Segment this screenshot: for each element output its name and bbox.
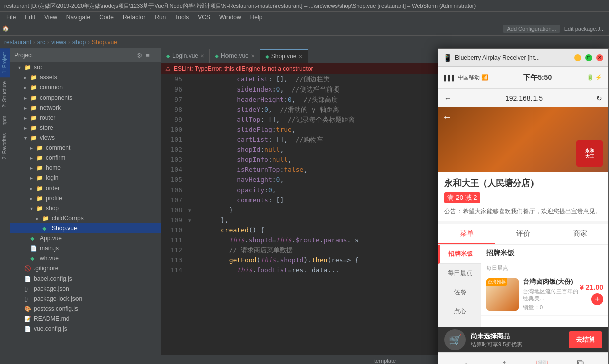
- tab-review[interactable]: 评价: [495, 224, 552, 244]
- minimize-icon[interactable]: _: [153, 52, 157, 59]
- close-button[interactable]: ✕: [596, 54, 603, 61]
- sidebar-content[interactable]: ▾📁src▸📁assets▸📁common▸📁components▸📁netwo…: [10, 62, 161, 364]
- tree-item-babel-config-js[interactable]: 📄babel.config.js: [10, 274, 161, 284]
- tab-home-close[interactable]: ✕: [251, 53, 255, 59]
- fold-icon-110[interactable]: [186, 225, 193, 235]
- menu-vcs[interactable]: VCS: [194, 13, 214, 22]
- tree-item-Shop-vue[interactable]: ◆Shop.vue: [10, 223, 161, 233]
- tree-item-order[interactable]: ▸📁order: [10, 183, 161, 193]
- fold-icon-102[interactable]: [186, 145, 193, 155]
- tree-item-views[interactable]: ▾📁views: [10, 133, 161, 143]
- tree-item-package-json[interactable]: {}package.json: [10, 284, 161, 294]
- fold-icon-103[interactable]: [186, 155, 193, 165]
- minimize-button[interactable]: –: [574, 54, 581, 61]
- fold-icon-111[interactable]: [186, 235, 193, 245]
- cat-test[interactable]: 测试: [438, 321, 481, 327]
- menu-view[interactable]: View: [40, 13, 61, 22]
- breadcrumb-views[interactable]: views: [51, 39, 66, 46]
- tree-item-comment[interactable]: ▸📁comment: [10, 143, 161, 153]
- nav-back-icon[interactable]: ←: [463, 358, 473, 364]
- sync-icon[interactable]: ⚙: [137, 52, 143, 59]
- tree-item-src[interactable]: ▾📁src: [10, 62, 161, 72]
- fold-icon-113[interactable]: [186, 255, 193, 265]
- breadcrumb-src[interactable]: src: [37, 39, 45, 46]
- fold-icon-114[interactable]: [186, 265, 193, 276]
- fold-icon-95[interactable]: [186, 74, 193, 84]
- fold-icon-106[interactable]: [186, 185, 193, 195]
- tab-shop-close[interactable]: ✕: [298, 54, 302, 59]
- maximize-button[interactable]: □: [585, 54, 592, 61]
- nav-share-icon[interactable]: ↑: [502, 358, 507, 364]
- tree-item-profile[interactable]: ▸📁profile: [10, 193, 161, 203]
- cat-side-dish[interactable]: 佐餐: [438, 283, 481, 302]
- cart-icon[interactable]: 🛒: [444, 329, 466, 350]
- tab-login-close[interactable]: ✕: [200, 53, 204, 59]
- fold-icon-107[interactable]: [186, 195, 193, 205]
- fold-icon-105[interactable]: [186, 175, 193, 185]
- refresh-icon[interactable]: ↻: [596, 94, 602, 102]
- breadcrumb-shopvue[interactable]: Shop.vue: [92, 39, 117, 46]
- side-label-project[interactable]: 1: Project: [0, 48, 10, 77]
- tree-item-childComps[interactable]: ▸📁childComps: [10, 213, 161, 223]
- fold-icon-104[interactable]: [186, 165, 193, 175]
- tree-item-shop[interactable]: ▾📁shop: [10, 203, 161, 213]
- tree-item-components[interactable]: ▸📁components: [10, 93, 161, 103]
- menu-refactor[interactable]: Refactor: [119, 13, 149, 22]
- breadcrumb-shop[interactable]: shop: [72, 39, 86, 46]
- tab-menu[interactable]: 菜单: [438, 224, 495, 244]
- gear-icon[interactable]: ≡: [146, 52, 150, 59]
- tree-item-home[interactable]: ▸📁home: [10, 163, 161, 173]
- edit-pkg-link[interactable]: Edit package.J...: [562, 26, 607, 32]
- side-label-structure[interactable]: 2: Structure: [0, 77, 10, 112]
- tree-item-router[interactable]: ▸📁router: [10, 113, 161, 123]
- menu-navigate[interactable]: Navigate: [62, 13, 94, 22]
- menu-help[interactable]: Help: [246, 13, 267, 22]
- cat-signature-rice[interactable]: 招牌米饭: [438, 245, 481, 264]
- checkout-button[interactable]: 去结算: [569, 331, 602, 348]
- tree-item--gitignore[interactable]: 🚫.gitignore: [10, 263, 161, 274]
- tree-item-login[interactable]: ▸📁login: [10, 173, 161, 183]
- side-label-favorites[interactable]: 2: Favorites: [0, 129, 10, 163]
- tree-item-wh-vue[interactable]: ◆wh.vue: [10, 253, 161, 263]
- fold-icon-109[interactable]: ▾: [186, 215, 193, 225]
- fold-icon-99[interactable]: [186, 115, 193, 125]
- menu-code[interactable]: Code: [95, 13, 118, 22]
- fold-icon-97[interactable]: [186, 95, 193, 105]
- phone-content[interactable]: ← 永和大王 永和大王（人民塘分店） 满 20 减 2 公告：希望大家能够喜欢我…: [438, 107, 608, 327]
- cat-dessert[interactable]: 点心: [438, 302, 481, 321]
- fold-icon-96[interactable]: [186, 84, 193, 95]
- tree-item-assets[interactable]: ▸📁assets: [10, 72, 161, 82]
- fold-icon-98[interactable]: [186, 105, 193, 115]
- add-to-cart-button[interactable]: +: [591, 293, 603, 305]
- cat-daily-breakfast[interactable]: 每日晨点: [438, 264, 481, 283]
- tab-merchant[interactable]: 商家: [552, 224, 608, 244]
- tree-item-confirm[interactable]: ▸📁confirm: [10, 153, 161, 163]
- fold-icon-101[interactable]: [186, 135, 193, 145]
- tree-item-postcss-config-js[interactable]: 🎨postcss.config.js: [10, 304, 161, 314]
- menu-run[interactable]: Run: [150, 13, 170, 22]
- fold-icon-108[interactable]: ▾: [186, 205, 193, 215]
- fold-icon-112[interactable]: [186, 245, 193, 255]
- tree-item-network[interactable]: ▸📁network: [10, 103, 161, 113]
- tree-item-App-vue[interactable]: ◆App.vue: [10, 233, 161, 243]
- back-arrow-icon[interactable]: ←: [444, 94, 451, 102]
- add-config-button[interactable]: Add Configuration...: [503, 25, 560, 33]
- tree-item-README-md[interactable]: 📝README.md: [10, 314, 161, 324]
- menu-file[interactable]: File: [2, 13, 20, 22]
- tab-login[interactable]: ◆ Login.vue ✕: [161, 49, 210, 63]
- tree-item-common[interactable]: ▸📁common: [10, 82, 161, 93]
- nav-tabs-icon[interactable]: ⧉: [577, 358, 584, 364]
- menu-window[interactable]: Window: [215, 13, 245, 22]
- tree-item-store[interactable]: ▸📁store: [10, 123, 161, 133]
- side-label-npm[interactable]: npm: [0, 112, 10, 129]
- tab-shop[interactable]: ◆ Shop.vue ✕: [260, 49, 309, 63]
- nav-book-icon[interactable]: 📖: [536, 358, 548, 365]
- tab-home[interactable]: ◆ Home.vue ✕: [210, 49, 260, 63]
- menu-edit[interactable]: Edit: [21, 13, 39, 22]
- tree-item-main-js[interactable]: 📄main.js: [10, 243, 161, 253]
- tree-item-vue-config-js[interactable]: 📄vue.config.js: [10, 324, 161, 334]
- tree-item-package-lock-json[interactable]: {}package-lock.json: [10, 294, 161, 304]
- fold-icon-100[interactable]: [186, 125, 193, 135]
- banner-back-icon[interactable]: ←: [442, 111, 452, 123]
- breadcrumb-restaurant[interactable]: restaurant: [4, 39, 31, 46]
